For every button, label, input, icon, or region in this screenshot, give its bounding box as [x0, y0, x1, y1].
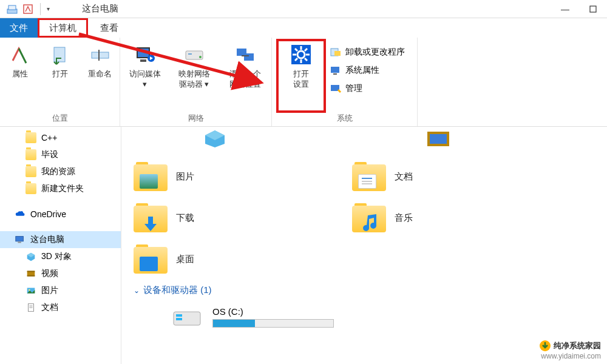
watermark-url: www.yidaimei.com — [541, 352, 601, 360]
svg-rect-12 — [188, 53, 192, 55]
open-icon — [48, 42, 72, 67]
folder-documents[interactable]: 文档 — [352, 162, 522, 191]
window-controls: ― — [551, 0, 607, 18]
manage-button[interactable]: 管理 — [325, 80, 410, 97]
folders-grid: 图片 文档 下载 音乐 桌面 — [134, 162, 595, 274]
manage-icon — [330, 83, 342, 95]
drive-os-c[interactable]: OS (C:) — [170, 302, 595, 331]
quick-access-toolbar: ▾ — [0, 3, 50, 15]
folder-downloads[interactable]: 下载 — [134, 203, 304, 232]
svg-point-13 — [199, 56, 202, 58]
tab-view[interactable]: 查看 — [88, 18, 128, 38]
sidebar-item-folder[interactable]: 新建文件夹 — [0, 180, 121, 197]
watermark-logo-icon — [539, 340, 551, 352]
ribbon-group-system: 打开设置 卸载或更改程序 系统属性 管理 系统 — [272, 38, 418, 126]
minimize-button[interactable]: ― — [551, 0, 579, 18]
rename-icon — [88, 42, 112, 67]
open-button[interactable]: 打开 — [42, 42, 78, 79]
sidebar-item-this-pc[interactable]: 这台电脑 — [0, 231, 121, 248]
map-drive-button[interactable]: 映射网络驱动器 ▾ — [171, 42, 218, 90]
folder-pictures[interactable]: 图片 — [134, 162, 304, 191]
tab-file[interactable]: 文件 — [0, 18, 38, 38]
uninstall-icon — [330, 46, 342, 58]
drive-info: OS (C:) — [212, 306, 334, 328]
access-media-button[interactable]: 访问媒体▾ — [123, 42, 167, 90]
music-folder-icon — [352, 203, 386, 232]
map-drive-label: 映射网络驱动器 ▾ — [178, 69, 210, 90]
svg-rect-1 — [8, 5, 16, 10]
folder-desktop[interactable]: 桌面 — [134, 244, 304, 274]
svg-rect-3 — [590, 6, 596, 12]
folder-icon — [25, 149, 36, 160]
sidebar-item-folder[interactable]: 我的资源 — [0, 163, 121, 180]
explorer-icon — [6, 3, 18, 15]
access-media-icon — [133, 42, 157, 67]
navigation-pane: C++ 毕设 我的资源 新建文件夹 OneDrive 这台电脑 3D 对象 视频… — [0, 127, 121, 364]
drive-icon — [170, 302, 204, 331]
devices-section-header[interactable]: ⌄ 设备和驱动器 (1) — [134, 285, 595, 296]
tab-computer[interactable]: 计算机 — [38, 18, 88, 38]
svg-rect-49 — [176, 314, 182, 317]
desktop-folder-icon — [134, 244, 168, 274]
properties-icon — [8, 42, 32, 67]
system-properties-label: 系统属性 — [345, 65, 379, 76]
body: C++ 毕设 我的资源 新建文件夹 OneDrive 这台电脑 3D 对象 视频… — [0, 127, 607, 364]
svg-rect-9 — [140, 59, 146, 62]
maximize-button[interactable] — [579, 0, 607, 18]
sidebar-item-pictures[interactable]: 图片 — [0, 282, 121, 299]
svg-rect-50 — [176, 318, 182, 320]
rename-button[interactable]: 重命名 — [82, 42, 118, 79]
svg-rect-4 — [54, 47, 65, 62]
documents-folder-icon — [352, 162, 386, 191]
documents-icon — [25, 302, 36, 313]
folder-icon — [25, 183, 36, 194]
add-network-location-icon — [233, 42, 257, 67]
uninstall-programs-button[interactable]: 卸载或更改程序 — [325, 44, 410, 61]
drive-label: OS (C:) — [212, 306, 334, 317]
properties-label: 属性 — [12, 69, 28, 79]
downloads-folder-icon — [134, 203, 168, 232]
svg-rect-8 — [138, 49, 149, 57]
properties-qat-icon[interactable] — [22, 3, 34, 15]
ribbon-group-network: 访问媒体▾ 映射网络驱动器 ▾ 添加一个网络位置 网络 — [120, 38, 272, 126]
open-settings-label: 打开设置 — [293, 69, 309, 90]
watermark: 纯净系统家园 www.yidaimei.com — [539, 340, 601, 360]
ribbon-group-location: 属性 打开 重命名 位置 — [0, 38, 120, 126]
access-media-label: 访问媒体▾ — [129, 69, 161, 90]
qat-dropdown-icon[interactable]: ▾ — [47, 5, 50, 12]
svg-rect-37 — [27, 275, 35, 277]
ribbon: 属性 打开 重命名 位置 访问媒体▾ — [0, 38, 607, 127]
rename-label: 重命名 — [88, 69, 112, 79]
system-properties-button[interactable]: 系统属性 — [325, 62, 410, 79]
svg-rect-28 — [334, 51, 341, 56]
map-drive-icon — [182, 42, 206, 67]
sidebar-item-documents[interactable]: 文档 — [0, 299, 121, 316]
sidebar-item-videos[interactable]: 视频 — [0, 265, 121, 282]
location-group-label: 位置 — [52, 113, 68, 124]
videos-icon — [25, 268, 36, 279]
svg-rect-44 — [430, 134, 447, 144]
sidebar-item-folder[interactable]: C++ — [0, 129, 121, 146]
svg-rect-36 — [27, 271, 35, 272]
open-settings-button[interactable]: 打开设置 — [280, 42, 322, 97]
properties-button[interactable]: 属性 — [2, 42, 38, 79]
open-label: 打开 — [52, 69, 68, 79]
pictures-icon — [25, 285, 36, 296]
network-group-label: 网络 — [188, 113, 204, 124]
folder-icon — [25, 166, 36, 177]
chevron-down-icon: ⌄ — [134, 286, 140, 295]
system-group-label: 系统 — [337, 113, 353, 124]
sidebar-item-onedrive[interactable]: OneDrive — [0, 206, 121, 223]
add-network-location-button[interactable]: 添加一个网络位置 — [222, 42, 269, 90]
titlebar: ▾ 这台电脑 ― — [0, 0, 607, 18]
svg-rect-33 — [16, 237, 24, 241]
settings-gear-icon — [289, 42, 313, 67]
folder-music[interactable]: 音乐 — [352, 203, 522, 232]
sidebar-item-folder[interactable]: 毕设 — [0, 146, 121, 163]
svg-rect-29 — [331, 67, 339, 73]
sidebar-item-3d-objects[interactable]: 3D 对象 — [0, 248, 121, 265]
qat-separator — [40, 3, 41, 15]
computer-icon — [15, 234, 25, 245]
3d-objects-partial-icon — [200, 129, 229, 151]
videos-partial-icon — [424, 129, 453, 151]
